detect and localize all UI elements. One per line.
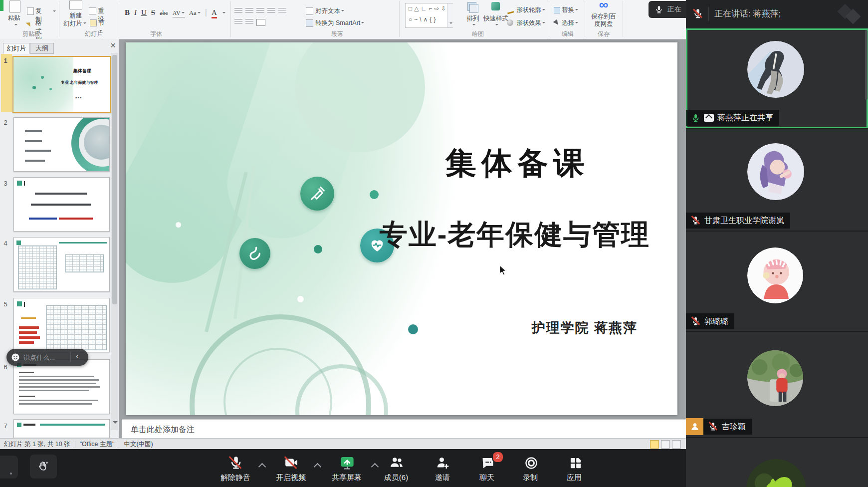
shape-effects-label: 形状效果: [516, 19, 545, 27]
profile-badge: [686, 418, 703, 435]
italic-button[interactable]: I: [134, 8, 137, 17]
speaking-status-text: 正在讲话: 蒋燕萍;: [714, 8, 781, 19]
panel-scrollbar[interactable]: [111, 53, 118, 430]
panel-scroll-down-icon[interactable]: [113, 421, 118, 426]
participant-tile[interactable]: [686, 438, 868, 487]
header-divider: [708, 7, 709, 21]
status-separator: [119, 441, 119, 448]
bold-button[interactable]: B: [125, 8, 130, 17]
thumb5-redline: [19, 341, 34, 344]
language-status[interactable]: 中文(中国): [124, 440, 153, 449]
ribbon-separator: [119, 1, 119, 37]
members-label: 成员(6): [372, 473, 420, 483]
slide-sorter-view-button[interactable]: [661, 440, 670, 449]
align-text-label: 对齐文本: [315, 7, 344, 15]
normal-view-button[interactable]: [650, 440, 659, 449]
chat-quick-input[interactable]: 说点什么...: [23, 353, 55, 362]
align-left-icon[interactable]: [234, 8, 242, 14]
tab-outline[interactable]: 大纲: [30, 43, 54, 54]
font-color-dropdown-icon[interactable]: [222, 12, 225, 15]
collapse-chevron-icon[interactable]: ‹: [76, 351, 79, 361]
toolbar-edge-button[interactable]: [0, 456, 18, 479]
paste-button[interactable]: 粘贴: [7, 0, 24, 29]
thumb3-accent: [17, 181, 22, 186]
meeting-toolbar: 解除静音 开启视频 共享屏幕 成员(6) 邀请 聊天 2: [0, 449, 686, 487]
participant-tile[interactable]: 甘肃卫生职业学院谢岚: [686, 129, 868, 231]
members-button[interactable]: 成员(6): [372, 455, 420, 483]
main-slide-canvas[interactable]: 集体备课 专业-老年保健与管理 护理学院 蒋燕萍: [126, 42, 677, 415]
notes-area[interactable]: 单击此处添加备注: [122, 419, 686, 439]
slide-thumbnail-1[interactable]: 集体备课 专业-老年保健与管理 ■ ■ ■: [12, 56, 111, 113]
change-case-button[interactable]: Aa: [189, 9, 201, 17]
shapes-scroll[interactable]: [447, 3, 453, 27]
deco-dot-teal: [370, 190, 379, 199]
participant-tile[interactable]: 郭璐璐: [686, 232, 868, 331]
table-icon[interactable]: [256, 19, 265, 26]
participant-name: 吉珍颖: [722, 422, 746, 432]
slide-count-status: 幻灯片 第 1 张, 共 10 张: [4, 440, 70, 449]
record-button[interactable]: 录制: [506, 455, 554, 483]
raise-hand-button[interactable]: [30, 455, 57, 479]
thumb1-author: ■ ■ ■: [61, 96, 96, 99]
align-center-icon[interactable]: [245, 8, 253, 14]
mic-muted-icon: [691, 215, 701, 226]
strikethrough-button[interactable]: S: [151, 8, 155, 17]
font-color-button[interactable]: A: [212, 8, 217, 18]
thumb1-dot: [49, 88, 52, 90]
slide-title: 集体备课: [385, 142, 650, 184]
participant-name-pill: 蒋燕萍正在共享: [686, 110, 779, 126]
mic-icon: [654, 5, 663, 14]
video-options-caret[interactable]: [314, 463, 322, 471]
format-painter-icon: [26, 18, 34, 27]
chat-button[interactable]: 聊天 2: [463, 455, 511, 483]
emoji-smiley-icon[interactable]: [11, 353, 20, 362]
slide-thumbnail-3[interactable]: [13, 177, 110, 232]
tab-slides[interactable]: 幻灯片: [3, 43, 30, 54]
slide-subtitle: 专业-老年保健与管理: [340, 216, 677, 254]
shape-effects-icon: [507, 19, 513, 26]
sidebar-scrollbar[interactable]: [865, 30, 868, 100]
align-right-icon[interactable]: [256, 8, 264, 14]
theme-status[interactable]: "Office 主题": [80, 440, 115, 449]
select-icon: [553, 19, 562, 28]
mic-muted-icon: [227, 455, 244, 471]
slide-thumbnail-7[interactable]: [13, 419, 110, 438]
unmute-options-caret[interactable]: [258, 463, 266, 471]
panel-scrollbar-thumb[interactable]: [112, 55, 117, 304]
section-icon: [90, 19, 97, 26]
unmute-button[interactable]: 解除静音: [212, 455, 259, 483]
shapes-gallery[interactable]: □△∟⌐⇨⇩ ○~\∧{}: [405, 3, 453, 28]
share-screen-button[interactable]: 共享屏幕: [323, 455, 371, 483]
align-text-icon: [306, 7, 313, 15]
person-icon: [690, 422, 700, 432]
apps-button[interactable]: 应用: [550, 455, 598, 483]
slide-thumbnail-2[interactable]: [13, 117, 110, 172]
close-panel-button[interactable]: ✕: [109, 42, 117, 49]
invite-button[interactable]: 邀请: [419, 455, 466, 483]
shadow-button[interactable]: abc: [160, 9, 168, 17]
start-video-button[interactable]: 开启视频: [267, 455, 315, 483]
reading-view-button[interactable]: [672, 440, 681, 449]
underline-button[interactable]: U: [141, 8, 147, 17]
deco-dot-teal: [408, 324, 418, 334]
participant-tile[interactable]: 吉珍颖: [686, 332, 868, 437]
new-slide-button[interactable]: 新建 幻灯片: [64, 0, 88, 29]
slide-thumbnail-6[interactable]: [13, 359, 110, 414]
columns-icon[interactable]: [234, 19, 242, 25]
quick-styles-icon: [491, 2, 500, 10]
participant-name: 甘肃卫生职业学院谢岚: [704, 216, 784, 226]
drawing-group-label: 绘图: [456, 30, 499, 38]
text-direction-icon[interactable]: [245, 19, 253, 25]
line-spacing-icon[interactable]: [278, 8, 286, 14]
participants-sidebar: 正在讲话: 蒋燕萍; 蒋燕萍正在共享 甘肃卫生职: [686, 0, 868, 487]
participant-tile[interactable]: 蒋燕萍正在共享: [686, 28, 868, 128]
slide-thumbnail-5[interactable]: [13, 298, 110, 352]
thumb4-topline: [59, 242, 107, 244]
justify-icon[interactable]: [267, 8, 275, 14]
font-group-label: 字体: [135, 30, 178, 38]
char-spacing-button[interactable]: AV: [173, 9, 185, 17]
slide-thumbnail-4[interactable]: [13, 237, 110, 292]
thumb5-accent: [17, 301, 22, 306]
slide-number: 4: [1, 240, 10, 247]
record-label: 录制: [506, 473, 554, 483]
